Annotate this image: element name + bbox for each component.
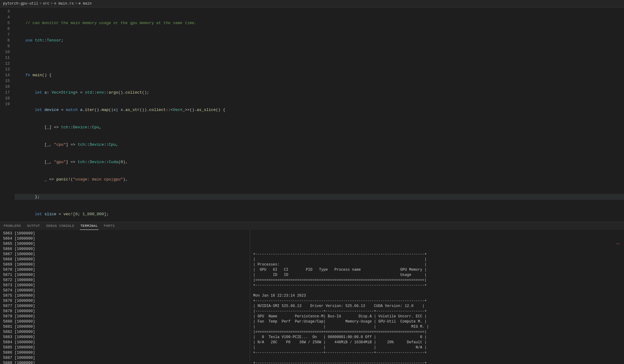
terminal-line: 5873 [1000000] [3,283,250,288]
terminal-line: 5884 [1000000] [3,340,250,345]
terminal-line: 5868 [1000000] [3,257,250,262]
line-numbers: 3 4 5 6 7 8 9 10 11 12 13 14 15 16 17 18… [0,7,15,222]
terminal-line: 5887 [1000000] [3,355,250,361]
terminal-line: 5882 [1000000] [3,330,250,335]
panel-tabs: PROBLEMS OUTPUT DEBUG CONSOLE TERMINAL P… [0,222,624,230]
terminal-dots: •• [253,241,621,247]
breadcrumb-item-src[interactable]: src [43,2,49,6]
tab-debug-console[interactable]: DEBUG CONSOLE [45,222,75,230]
breadcrumb-item-project[interactable]: pytorch-gpu-util [3,2,38,6]
code-editor[interactable]: // can monitor the main memory usage or … [15,7,624,222]
terminal-line: 5871 [1000000] [3,273,250,278]
breadcrumb: pytorch-gpu-util > src > ⊙ main.rs > ⊕ m… [0,0,624,7]
tab-problems[interactable]: PROBLEMS [3,222,22,230]
breadcrumb-item-file[interactable]: ⊙ main.rs [54,1,74,6]
terminal-line: 5879 [1000000] [3,314,250,319]
terminal-line: 5865 [1000000] [3,241,250,247]
terminal-line: 5870 [1000000] [3,267,250,273]
terminal-line: 5864 [1000000] [3,236,250,241]
breadcrumb-sep-2: > [51,2,53,6]
terminal-line: 5863 [1000000] [3,231,250,236]
terminal-line: 5872 [1000000] [3,278,250,283]
terminal-line: 5878 [1000000] [3,309,250,314]
terminal-line: 5880 [1000000] [3,319,250,324]
terminal-line: 5866 [1000000] [3,247,250,252]
terminal-line: 5877 [1000000] [3,304,250,309]
tab-terminal[interactable]: TERMINAL [80,222,99,230]
tab-output[interactable]: OUTPUT [27,222,41,230]
breadcrumb-sep-1: > [39,2,41,6]
terminal-line: 5881 [1000000] [3,324,250,330]
terminal-line: 5875 [1000000] [3,293,250,298]
terminal-line: 5869 [1000000] [3,262,250,267]
tab-ports[interactable]: PORTS [103,222,116,230]
terminal-line: 5874 [1000000] [3,288,250,293]
terminal-left-output[interactable]: 5863 [1000000] 5864 [1000000] 5865 [1000… [0,230,250,364]
terminal-line: 5867 [1000000] [3,252,250,257]
editor-area: 3 4 5 6 7 8 9 10 11 12 13 14 15 16 17 18… [0,7,624,222]
breadcrumb-item-fn[interactable]: ⊕ main [78,1,91,6]
terminal-line: 5876 [1000000] [3,298,250,304]
terminal-line: 5886 [1000000] [3,350,250,355]
terminal-panel: 5863 [1000000] 5864 [1000000] 5865 [1000… [0,230,624,364]
terminal-right-nvidia-smi[interactable]: •• +------------------------------------… [250,230,624,364]
terminal-line: 5888 [1000000] [3,361,250,364]
breadcrumb-sep-3: > [75,2,77,6]
terminal-line: 5883 [1000000] [3,335,250,340]
terminal-line: 5885 [1000000] [3,345,250,350]
